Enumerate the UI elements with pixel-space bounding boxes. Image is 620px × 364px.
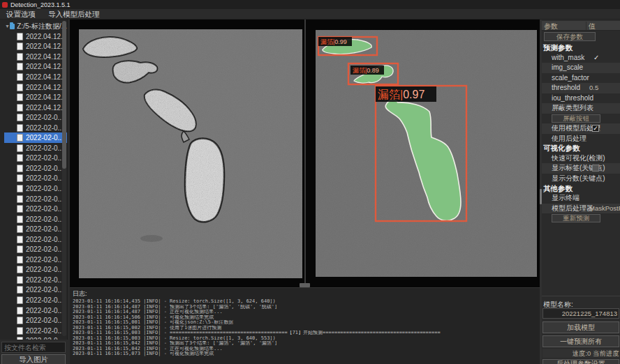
param-row[interactable]: 模型后处理器MaskPostPro [542,204,620,214]
tree-item[interactable]: 2022-02-0... [4,255,67,265]
svg-text:漏箔|0.99: 漏箔|0.99 [320,38,347,45]
param-row[interactable]: img_scale [542,63,620,73]
window-title: Detection_2023.1.5.1 [10,1,71,8]
app-logo-icon [2,2,8,8]
param-row[interactable]: iou_threshold [542,93,620,104]
model-name-field[interactable]: 20221225_174813 [542,308,619,319]
checkmark-icon[interactable]: ✓ [593,53,599,63]
param-row[interactable]: 屏蔽类型列表 [542,103,620,114]
expand-arrow-icon[interactable]: ▼ [5,24,10,29]
tree-item-label: 2022-02-0... [26,236,64,243]
params-header-divider [586,22,586,30]
tree-item[interactable]: 2022-02-0... [4,174,67,184]
param-row[interactable]: threshold0.5 [542,83,620,93]
tree-item[interactable]: 2022-02-0... [4,234,67,245]
file-icon [17,276,23,284]
image-splitter[interactable] [304,20,306,284]
param-value[interactable]: 0.5 [589,83,598,93]
tree-item-label: 2022-02-0... [26,286,64,294]
tree-item[interactable]: 2022-02-0... [4,244,67,255]
param-row[interactable]: with_mask✓ [542,53,620,63]
tree-item[interactable]: 2022-02-0... [4,285,67,296]
file-icon [17,84,23,91]
tree-item[interactable]: 2022-02-0... [4,315,67,326]
tree-item-label: 2022-02-0... [26,256,64,264]
params-header-param: 参数 [544,22,558,31]
file-icon [17,93,23,101]
tree-item[interactable]: 2022.04.12... [4,31,67,42]
param-row[interactable]: 显示分数(关键点) [542,174,620,184]
tree-item-label: 2022-02-0... [26,276,64,284]
tree-item-label: 2022-02-0... [26,195,64,203]
tree-item-label: 2022-02-0... [26,327,64,335]
param-button-row: 屏蔽按钮 [542,114,620,124]
file-icon [17,53,23,61]
tree-item[interactable]: 2022-02-0... [4,163,67,174]
tree-item[interactable]: 2022-02-0... [4,153,67,164]
file-icon [17,63,23,70]
tree-item[interactable]: 2022-02-0... [4,143,67,153]
detection-label-1: 漏箔|0.99 [318,37,352,46]
param-row[interactable]: 显示标签(关键点) [542,163,620,174]
load-model-button[interactable]: 加载模型 [542,321,619,333]
postprocess-settings-button[interactable]: 后处理参数设置 [542,359,619,364]
params-table: 预测参数with_mask✓img_scalescale_factorthres… [542,43,620,224]
tree-item[interactable]: 2022.04.12... [4,42,67,52]
param-action-button[interactable]: 重新预测 [552,214,600,222]
param-action-button[interactable]: 屏蔽按钮 [552,114,600,123]
tree-item[interactable]: 2022-02-0... [4,295,67,305]
menu-item-import-postprocess[interactable]: 导入模型后处理 [42,9,106,20]
param-section-header[interactable]: 可视化参数 [542,144,620,153]
log-line: 2023-01-11 16:16:15,073 |INFO| - 可视化预测结果… [73,351,540,357]
tree-item[interactable]: 2022-02-0... [4,326,67,336]
tree-item[interactable]: 2022-02-0... [4,112,67,123]
tree-item[interactable]: 2022-02-0... [4,214,67,225]
tree-scrollbar[interactable] [62,21,66,336]
param-row[interactable]: 使用模型后处理✓ [542,123,620,134]
tree-item[interactable]: 2022-02-0... [4,224,67,234]
tree-item[interactable]: 2022-02-0... [4,123,67,133]
tree-item-label: 2022.04.12... [26,53,66,61]
menu-item-settings[interactable]: 设置选项 [0,9,42,20]
prediction-image-view[interactable]: 漏箔|0.99 漏箔|0.89 漏箔|0.97 [316,30,537,277]
param-row[interactable]: 显示终端 [542,193,620,204]
param-section-header[interactable]: 预测参数 [542,43,620,53]
param-section-header[interactable]: 其他参数 [542,184,620,194]
tree-root-folder[interactable]: ▼ Z:/5-标注数据/... [0,21,67,31]
tree-item[interactable]: 2022-02-0... [4,265,67,275]
tree-item[interactable]: 2022.04.12... [4,62,67,73]
checkbox-unchecked[interactable] [592,165,599,172]
tree-item[interactable]: 2022-02-0... [4,275,67,285]
tree-item[interactable]: 2022.04.12... [4,82,67,93]
tree-item[interactable]: 2022.04.12... [4,92,67,103]
checkbox-checked[interactable]: ✓ [592,125,599,132]
tree-item[interactable]: 2022-02-0... [4,194,67,204]
predict-all-button[interactable]: 一键预测所有 [542,335,619,347]
file-icon [17,104,23,112]
original-image-view[interactable] [79,29,302,278]
tree-item[interactable]: 2022-02-0 [4,335,67,340]
file-icon [17,256,23,264]
file-icon [17,195,23,203]
search-input[interactable] [1,342,66,353]
log-line: 2023-01-11 16:16:14,435 |INFO| - Resize:… [73,299,540,305]
param-value[interactable]: MaskPostPro [589,204,620,214]
param-row[interactable]: 快速可视化(检测) [542,153,620,164]
import-image-button[interactable]: 导入图片 [1,354,66,364]
param-row[interactable]: 使用后处理 [542,134,620,144]
save-params-button[interactable]: 保存参数 [544,32,596,41]
log-title: 日志: [73,289,540,298]
tree-item[interactable]: 2022-02-0... [4,183,67,194]
tree-item[interactable]: 2022.04.12... [4,103,67,113]
param-button-row: 重新预测 [542,213,620,224]
tree-item[interactable]: 2022.04.12... [4,72,67,82]
tree-item[interactable]: 2022.04.12... [4,52,67,62]
param-row[interactable]: scale_factor [542,73,620,84]
tree-item[interactable]: 2022-02-0... [4,132,67,143]
file-tree-panel: ▼ Z:/5-标注数据/... 2022.04.12...2022.04.12.… [0,20,68,340]
tree-item[interactable]: 2022-02-0... [4,305,67,316]
tree-item[interactable]: 2022-02-0... [4,204,67,214]
param-label: 快速可视化(检测) [542,153,620,164]
tree-scrollbar-thumb[interactable] [62,21,66,169]
app-window: Detection_2023.1.5.1 设置选项 导入模型后处理 ▼ Z:/5… [0,0,620,364]
